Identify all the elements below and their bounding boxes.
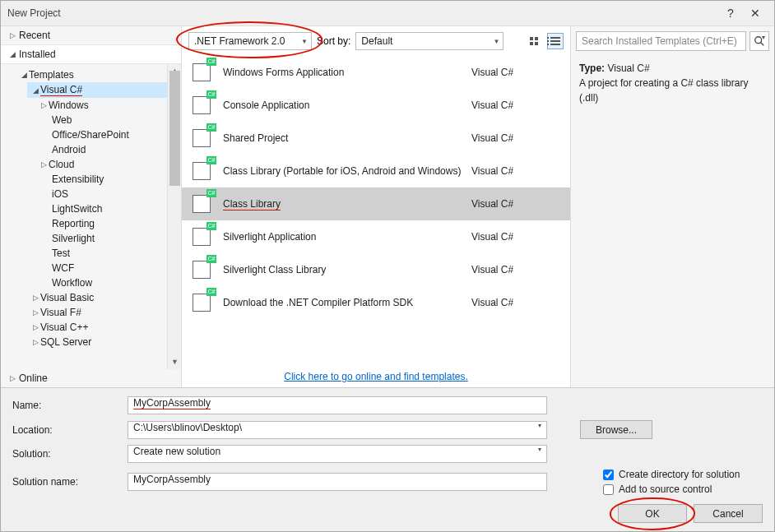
template-lang: Visual C# [471, 132, 562, 144]
template-row[interactable]: C#Console ApplicationVisual C# [182, 89, 570, 122]
location-value: C:\Users\blinov\Desktop\ [133, 422, 242, 433]
tree-item-windows[interactable]: ▷Windows [27, 98, 181, 113]
check-add-scm[interactable]: Add to source control [603, 483, 740, 495]
template-name: Silverlight Class Library [223, 264, 462, 275]
template-row[interactable]: C#Download the .NET Compiler Platform SD… [182, 286, 570, 319]
chevron-down-icon: ◢ [21, 71, 27, 79]
row-location: Location: C:\Users\blinov\Desktop\▾ Brow… [12, 420, 763, 439]
right-panel: Search Installed Templates (Ctrl+E) ▾ Ty… [571, 26, 774, 387]
template-icon: C# [190, 94, 213, 117]
tree-item-test[interactable]: Test [27, 246, 181, 261]
close-button[interactable]: ✕ [743, 7, 768, 20]
template-icon: C# [190, 61, 213, 84]
chevron-right-icon: ▷ [32, 308, 39, 317]
solution-name-input[interactable]: MyCorpAssembly [128, 473, 547, 491]
template-name: Class Library (Portable for iOS, Android… [223, 165, 462, 177]
template-row[interactable]: C#Silverlight ApplicationVisual C# [182, 220, 570, 253]
chevron-right-icon: ▷ [40, 101, 47, 109]
view-list-button[interactable] [547, 33, 564, 49]
search-button[interactable]: ▾ [749, 31, 769, 51]
name-input[interactable]: MyCorpAssembly [128, 396, 547, 414]
framework-value: .NET Framework 2.0 [194, 35, 285, 47]
create-dir-checkbox[interactable] [603, 470, 614, 480]
chevron-right-icon: ▷ [32, 323, 39, 331]
check-create-dir[interactable]: Create directory for solution [603, 469, 740, 480]
template-lang: Visual C# [471, 67, 562, 78]
row-solution: Solution: Create new solution▾ [12, 445, 763, 463]
template-row[interactable]: C#Class Library (Portable for iOS, Andro… [182, 155, 570, 187]
ok-button[interactable]: OK [618, 504, 687, 523]
tree-item-reporting[interactable]: Reporting [27, 216, 181, 231]
template-name: Windows Forms Application [223, 67, 462, 78]
tree-item-office-sharepoint[interactable]: Office/SharePoint [27, 127, 181, 142]
browse-button[interactable]: Browse... [580, 420, 652, 439]
template-list: C#Windows Forms ApplicationVisual C#C#Co… [182, 56, 570, 366]
scroll-thumb[interactable] [169, 71, 180, 186]
tree-item-visual-basic[interactable]: ▷Visual Basic [27, 290, 181, 305]
add-scm-label: Add to source control [619, 483, 712, 495]
template-name: Shared Project [223, 132, 462, 144]
template-row[interactable]: C#Windows Forms ApplicationVisual C# [182, 56, 570, 89]
online-templates-link[interactable]: Click here to go online and find templat… [182, 366, 570, 387]
template-row[interactable]: C#Class LibraryVisual C# [182, 187, 570, 220]
section-recent[interactable]: ▷Recent [1, 26, 181, 44]
template-name: Console Application [223, 99, 462, 111]
online-label: Online [19, 372, 48, 384]
name-label: Name: [12, 400, 119, 411]
tree-visual-csharp[interactable]: ◢Visual C# [27, 82, 181, 98]
tree-item-wcf[interactable]: WCF [27, 261, 181, 275]
cancel-button[interactable]: Cancel [694, 504, 763, 523]
template-row[interactable]: C#Silverlight Class LibraryVisual C# [182, 253, 570, 286]
sortby-label: Sort by: [317, 35, 350, 47]
template-row[interactable]: C#Shared ProjectVisual C# [182, 122, 570, 155]
framework-dropdown[interactable]: .NET Framework 2.0 ▼ [188, 32, 312, 50]
scroll-down-icon[interactable]: ▼ [168, 355, 181, 369]
add-scm-checkbox[interactable] [603, 484, 614, 495]
template-icon: C# [190, 291, 213, 314]
tree-item-visual-f-[interactable]: ▷Visual F# [27, 305, 181, 320]
type-value: Visual C# [607, 62, 649, 74]
chevron-right-icon: ▷ [32, 338, 39, 346]
tree-item-visual-c-[interactable]: ▷Visual C++ [27, 320, 181, 335]
chevron-down-icon: ▾ [538, 446, 541, 453]
tree-item-silverlight[interactable]: Silverlight [27, 231, 181, 246]
templates-label: Templates [29, 69, 74, 81]
template-icon: C# [190, 258, 213, 281]
template-lang: Visual C# [471, 99, 562, 111]
main-area: ▷Recent ◢Installed ◢Templates ◢Visual C#… [1, 25, 774, 387]
svg-line-1 [761, 43, 764, 46]
template-icon: C# [190, 225, 213, 248]
dialog-buttons: OK Cancel [12, 504, 763, 523]
tree-item-cloud[interactable]: ▷Cloud [27, 157, 181, 172]
tree-item-web[interactable]: Web [27, 113, 181, 127]
tree-item-workflow[interactable]: Workflow [27, 275, 181, 290]
tree-item-extensibility[interactable]: Extensibility [27, 172, 181, 187]
tree-item-ios[interactable]: iOS [27, 187, 181, 201]
help-button[interactable]: ? [718, 7, 743, 20]
window-title: New Project [7, 7, 718, 19]
solution-dropdown[interactable]: Create new solution▾ [128, 445, 547, 463]
template-name: Download the .NET Compiler Platform SDK [223, 297, 462, 308]
template-lang: Visual C# [471, 297, 562, 308]
location-input[interactable]: C:\Users\blinov\Desktop\▾ [128, 421, 547, 439]
chevron-down-icon: ▾ [538, 422, 541, 429]
tree-templates[interactable]: ◢Templates [16, 67, 181, 82]
tree-item-sql-server[interactable]: ▷SQL Server [27, 335, 181, 349]
solution-label: Solution: [12, 448, 119, 460]
type-label: Type: [579, 62, 605, 74]
ok-wrap: OK [618, 504, 687, 523]
name-value: MyCorpAssembly [133, 397, 211, 409]
template-name: Silverlight Application [223, 231, 462, 243]
search-input[interactable]: Search Installed Templates (Ctrl+E) [576, 31, 746, 51]
sortby-dropdown[interactable]: Default ▼ [355, 32, 504, 50]
tree-item-android[interactable]: Android [27, 142, 181, 157]
view-grid-button[interactable] [526, 33, 542, 49]
search-placeholder: Search Installed Templates (Ctrl+E) [582, 35, 737, 47]
tree-item-lightswitch[interactable]: LightSwitch [27, 201, 181, 216]
section-installed[interactable]: ◢Installed [1, 44, 181, 64]
left-scrollbar[interactable]: ▲ ▼ [167, 64, 181, 369]
template-icon: C# [190, 192, 213, 215]
template-name: Class Library [223, 198, 462, 210]
section-online[interactable]: ▷Online [1, 369, 181, 387]
chevron-right-icon: ▷ [40, 160, 47, 169]
